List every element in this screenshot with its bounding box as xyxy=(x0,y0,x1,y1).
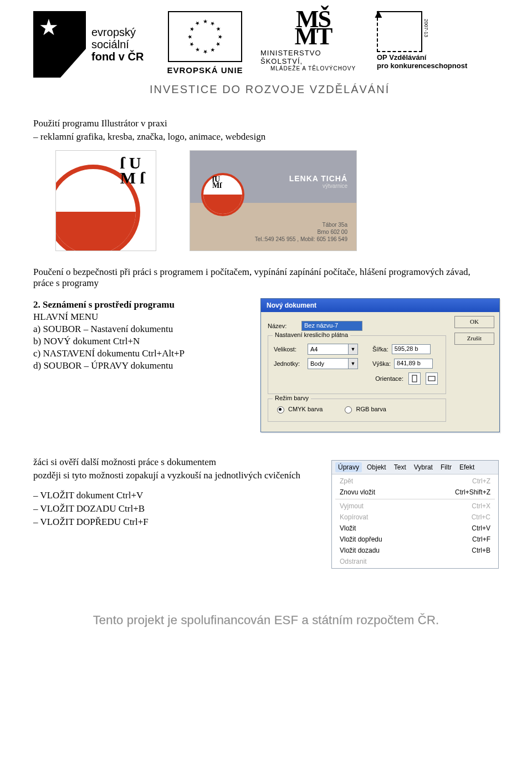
menu-separator xyxy=(335,499,495,499)
chevron-down-icon: ▼ xyxy=(348,344,357,354)
units-select[interactable]: Body ▼ xyxy=(308,358,358,369)
ok-button[interactable]: OK xyxy=(454,316,494,328)
menu-item: ZpětCtrl+Z xyxy=(332,476,498,487)
esf-line2: sociální xyxy=(91,38,144,50)
edit-menu-list: ZpětCtrl+ZZnovu vložitCtrl+Shift+ZVyjmou… xyxy=(332,474,498,568)
size-select[interactable]: A4 ▼ xyxy=(308,344,358,355)
esf-line3: fond v ČR xyxy=(91,50,144,63)
landscape-icon xyxy=(428,376,436,381)
width-input[interactable]: 595,28 b xyxy=(392,344,431,354)
menu-item[interactable]: VložitCtrl+V xyxy=(332,523,498,534)
menu-bar-item[interactable]: Úpravy xyxy=(335,462,362,472)
new-document-dialog: Nový dokument Název: Bez názvu-7 Nastave… xyxy=(260,298,500,432)
cancel-button[interactable]: Zrušit xyxy=(454,333,494,345)
menu-item-shortcut: Ctrl+Shift+Z xyxy=(455,488,490,496)
safety-paragraph: Poučení o bezpečnosti při práci s progra… xyxy=(33,267,489,289)
sample-business-card: ſUMſ LENKA TICHÁ výtvarnice Tábor 35a Br… xyxy=(190,150,357,251)
units-label: Jednotky: xyxy=(274,360,304,367)
card-addr1: Tábor 35a xyxy=(255,221,347,228)
sec2-a: a) SOUBOR – Nastavení dokumentu xyxy=(33,324,244,335)
menu-item-label: Vložit dopředu xyxy=(340,535,382,543)
menu-item-label: Vložit xyxy=(340,524,356,532)
menu-item-label: Zpět xyxy=(340,477,353,485)
followup-p1: žáci si ověří další možnosti práce s dok… xyxy=(33,457,309,468)
sec2-c: c) NASTAVENÍ dokumentu Ctrl+Alt+P xyxy=(33,348,244,359)
followup-b3: – VLOŽIT DOPŘEDU Ctrl+F xyxy=(33,517,309,528)
menu-item: VyjmoutCtrl+X xyxy=(332,501,498,512)
svg-rect-1 xyxy=(428,376,435,381)
op-year: 2007-13 xyxy=(423,19,429,37)
colormode-legend: Režim barvy xyxy=(273,395,311,401)
sample-logo: ſ UM ſ xyxy=(55,150,156,251)
menu-item-label: Vložit dozadu xyxy=(340,547,380,554)
msmt-line2: MLÁDEŽE A TĚLOVÝCHOVY xyxy=(270,65,356,72)
logo-esf: evropský sociální fond v ČR xyxy=(33,11,150,78)
menu-item-shortcut: Ctrl+Z xyxy=(472,477,490,485)
orientation-portrait-button[interactable] xyxy=(408,372,421,385)
svg-rect-0 xyxy=(412,375,417,382)
name-input[interactable]: Bez názvu-7 xyxy=(301,321,362,331)
menu-bar: ÚpravyObjektTextVybratFiltrEfekt xyxy=(332,461,498,474)
sample-graphics-row: ſ UM ſ ſUMſ LENKA TICHÁ výtvarnice Tábor… xyxy=(55,150,499,251)
height-label: Výška: xyxy=(372,360,391,367)
op-graphic-icon: ▲ 2007-13 xyxy=(377,11,422,51)
menu-item-label: Vyjmout xyxy=(340,502,364,510)
dialog-title: Nový dokument xyxy=(261,299,499,312)
arrow-up-icon: ▲ xyxy=(372,7,385,21)
width-label: Šířka: xyxy=(372,346,388,353)
op-line2: pro konkurenceschopnost xyxy=(377,62,477,70)
menu-bar-item[interactable]: Efekt xyxy=(457,462,477,472)
sec2-b: b) NOVÝ dokument Ctrl+N xyxy=(33,336,244,347)
footer-text: Tento projekt je spolufinancován ESF a s… xyxy=(33,613,499,627)
menu-item: Odstranit xyxy=(332,556,498,567)
sec2-heading: 2. Seznámení s prostředí programu xyxy=(33,299,244,310)
cmyk-radio[interactable]: CMYK barva xyxy=(277,406,323,413)
menu-item-shortcut: Ctrl+F xyxy=(472,535,490,543)
header-tagline: INVESTICE DO ROZVOJE VZDĚLÁVÁNÍ xyxy=(150,83,499,96)
logo-eu: ★ ★ ★ ★ ★ ★ ★ ★ ★ ★ ★ ★ EVROPSKÁ UNIE xyxy=(161,11,249,75)
header-logo-row: evropský sociální fond v ČR ★ ★ ★ ★ ★ ★ … xyxy=(33,11,499,78)
followup-p2: později si tyto možnosti zopakují a vyzk… xyxy=(33,470,309,481)
menu-bar-item[interactable]: Objekt xyxy=(364,462,389,472)
card-name: LENKA TICHÁ xyxy=(289,174,347,183)
menu-item: KopírovatCtrl+C xyxy=(332,512,498,523)
rgb-radio[interactable]: RGB barva xyxy=(345,406,386,413)
menu-bar-item[interactable]: Filtr xyxy=(438,462,454,472)
menu-item-shortcut: Ctrl+B xyxy=(472,547,490,554)
orientation-landscape-button[interactable] xyxy=(426,372,438,385)
menu-item[interactable]: Vložit dopředuCtrl+F xyxy=(332,534,498,545)
intro-title: Použití programu Illustrátor v praxi xyxy=(33,118,499,129)
followup-b2: – VLOŽIT DOZADU Ctrl+B xyxy=(33,503,309,514)
menu-bar-item[interactable]: Text xyxy=(391,462,409,472)
menu-bar-item[interactable]: Vybrat xyxy=(411,462,436,472)
height-input[interactable]: 841,89 b xyxy=(394,359,433,369)
card-addr2: Brno 602 00 xyxy=(255,228,347,236)
esf-line1: evropský xyxy=(91,26,144,38)
menu-item-shortcut: Ctrl+X xyxy=(472,502,490,510)
menu-item[interactable]: Vložit dozaduCtrl+B xyxy=(332,545,498,556)
orientation-label: Orientace: xyxy=(375,375,403,382)
radio-checked-icon xyxy=(277,406,284,413)
colormode-fieldset: Režim barvy CMYK barva RGB barva xyxy=(268,399,446,422)
portrait-icon xyxy=(412,375,417,382)
logo-msmt: MŠ MT MINISTERSTVO ŠKOLSTVÍ, MLÁDEŽE A T… xyxy=(260,11,366,72)
menu-item-label: Kopírovat xyxy=(340,513,368,521)
sec2-d: d) SOUBOR – ÚPRAVY dokumentu xyxy=(33,360,244,371)
size-label: Velikost: xyxy=(274,346,304,353)
menu-item-label: Odstranit xyxy=(340,558,367,565)
esf-star-icon xyxy=(33,11,86,78)
card-role: výtvarnice xyxy=(289,183,347,189)
msmt-symbol-icon: MŠ MT xyxy=(295,11,332,45)
radio-unchecked-icon xyxy=(345,406,352,413)
edit-menu-screenshot: ÚpravyObjektTextVybratFiltrEfekt ZpětCtr… xyxy=(331,460,499,569)
sec2-subhead: HLAVNÍ MENU xyxy=(33,312,244,323)
followup-b1: – VLOŽIT dokument Ctrl+V xyxy=(33,490,309,501)
menu-item-label: Znovu vložit xyxy=(340,488,375,496)
logo-op: ▲ 2007-13 OP Vzdělávání pro konkurencesc… xyxy=(377,11,477,70)
card-tel: Tel.:549 245 955 , Mobil: 605 196 549 xyxy=(255,236,347,243)
eu-flag-icon: ★ ★ ★ ★ ★ ★ ★ ★ ★ ★ ★ ★ xyxy=(168,11,242,62)
menu-item[interactable]: Znovu vložitCtrl+Shift+Z xyxy=(332,487,498,498)
name-label: Název: xyxy=(268,323,298,329)
msmt-line1: MINISTERSTVO ŠKOLSTVÍ, xyxy=(260,49,366,65)
intro-bullet: – reklamní grafika, kresba, značka, logo… xyxy=(33,131,499,142)
